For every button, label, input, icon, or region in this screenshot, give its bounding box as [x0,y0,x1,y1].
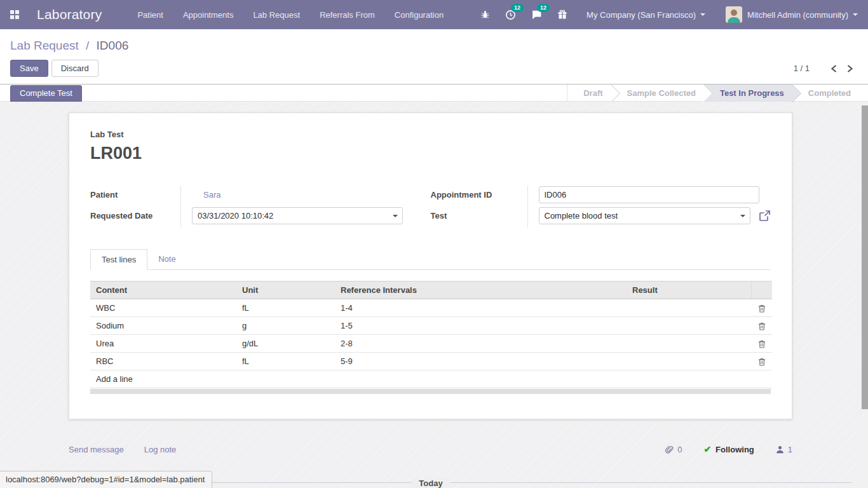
cell-content[interactable]: Sodium [90,317,236,335]
table-row[interactable]: Sodium g 1-5 [90,317,772,335]
column-result[interactable]: Result [627,281,751,299]
delete-row-icon[interactable] [751,317,772,335]
menu-referrals-from[interactable]: Referrals From [320,10,375,20]
messages-button[interactable]: 12 [531,10,542,20]
patient-link[interactable]: Sara [203,190,220,200]
cell-unit[interactable]: fL [236,299,335,317]
test-select[interactable] [539,207,751,224]
complete-test-button[interactable]: Complete Test [10,85,82,102]
apps-menu-icon[interactable] [10,10,20,20]
pager: 1 / 1 [794,64,858,73]
person-icon [776,445,784,454]
add-a-line-link[interactable]: Add a line [90,370,772,388]
appointment-id-input[interactable] [539,186,759,203]
breadcrumb-current: ID006 [97,39,129,52]
breadcrumb-separator: / [86,39,89,52]
company-switcher[interactable]: My Company (San Francisco) [587,10,705,20]
menu-lab-request[interactable]: Lab Request [253,10,300,20]
cell-result[interactable] [627,353,751,370]
external-link-icon[interactable] [759,210,771,222]
field-group: Patient Sara Requested Date Appointment … [90,186,771,227]
cell-unit[interactable]: g [236,317,335,335]
chevron-down-icon [853,13,858,16]
cell-reference[interactable]: 5-9 [335,353,627,370]
save-button[interactable]: Save [10,60,48,77]
avatar [726,6,742,23]
send-message-button[interactable]: Send message [69,445,124,454]
form-view: Lab Test LR001 Patient Sara Requested Da… [0,102,868,488]
pager-next-icon[interactable] [842,64,858,73]
navbar-systray: 12 12 My Company (San Francisco) Mitchel… [465,6,858,23]
control-panel: Lab Request / ID006 Save Discard 1 / 1 [0,29,868,85]
step-draft[interactable]: Draft [567,85,611,101]
top-menu: Patient Appointments Lab Request Referra… [137,10,444,20]
cell-result[interactable] [627,299,751,317]
step-sample-collected[interactable]: Sample Collected [611,85,704,101]
cell-unit[interactable]: fL [236,353,335,370]
discard-button[interactable]: Discard [51,60,98,77]
vertical-scrollbar[interactable] [862,102,868,488]
scrollbar-thumb[interactable] [862,105,868,409]
user-menu[interactable]: Mitchell Admin (community) [726,6,858,23]
test-label: Test [431,211,539,220]
cell-content[interactable]: WBC [90,299,236,317]
delete-row-icon[interactable] [751,335,772,353]
requested-date-input[interactable] [192,207,403,224]
cell-unit[interactable]: g/dL [236,335,335,353]
delete-row-icon[interactable] [751,299,772,317]
log-note-button[interactable]: Log note [144,445,177,454]
pager-previous-icon[interactable] [826,64,842,73]
column-content[interactable]: Content [90,281,236,299]
cell-reference[interactable]: 2-8 [335,335,627,353]
requested-date-label: Requested Date [90,211,192,220]
attachments-button[interactable]: 0 [665,445,682,454]
debug-bug-icon[interactable] [480,10,490,20]
user-name: Mitchell Admin (community) [747,10,848,20]
breadcrumb-lab-request[interactable]: Lab Request [10,39,79,52]
chatter-toolbar: Send message Log note 0 ✔ Following 1 [69,444,792,454]
table-row[interactable]: WBC fL 1-4 [90,299,772,317]
breadcrumb: Lab Request / ID006 [10,36,858,55]
form-statusbar: Complete Test Draft Sample Collected Tes… [0,85,868,102]
pager-value: 1 / 1 [794,64,810,73]
followers-button[interactable]: 1 [776,445,792,454]
browser-status-url: localhost:8069/web?debug=1#id=1&model=la… [0,471,212,488]
gift-icon[interactable] [557,10,567,20]
column-delete [751,281,772,299]
attachment-count: 0 [677,445,682,454]
step-completed[interactable]: Completed [792,85,859,101]
activity-count-badge: 12 [511,4,524,12]
menu-patient[interactable]: Patient [137,10,163,20]
activities-button[interactable]: 12 [505,10,516,20]
app-brand[interactable]: Laboratory [37,7,102,22]
cell-result[interactable] [627,335,751,353]
chevron-down-icon [700,13,705,16]
tab-test-lines[interactable]: Test lines [90,249,147,270]
following-label: Following [715,445,754,454]
sheet-label: Lab Test [90,130,771,139]
column-reference-intervals[interactable]: Reference Intervals [335,281,627,299]
check-icon: ✔ [703,444,711,454]
column-unit[interactable]: Unit [236,281,335,299]
table-row[interactable]: RBC fL 5-9 [90,353,772,370]
table-horizontal-scrollbar[interactable] [90,389,771,394]
menu-configuration[interactable]: Configuration [395,10,444,20]
step-test-in-progress[interactable]: Test In Progress [704,85,792,101]
cell-content[interactable]: RBC [90,353,236,370]
cell-reference[interactable]: 1-5 [335,317,627,335]
test-lines-table: Content Unit Reference Intervals Result … [90,281,772,388]
today-label: Today [411,478,450,488]
table-row[interactable]: Urea g/dL 2-8 [90,335,772,353]
delete-row-icon[interactable] [751,353,772,370]
appointment-id-input-wrap [539,186,759,203]
cell-reference[interactable]: 1-4 [335,299,627,317]
paperclip-icon [665,445,674,454]
tab-note[interactable]: Note [147,249,186,269]
menu-appointments[interactable]: Appointments [183,10,234,20]
cell-content[interactable]: Urea [90,335,236,353]
record-title: LR001 [90,144,771,163]
following-button[interactable]: ✔ Following [703,444,754,454]
cell-result[interactable] [627,317,751,335]
status-steps: Draft Sample Collected Test In Progress … [567,85,859,101]
test-select-wrap [539,207,751,224]
